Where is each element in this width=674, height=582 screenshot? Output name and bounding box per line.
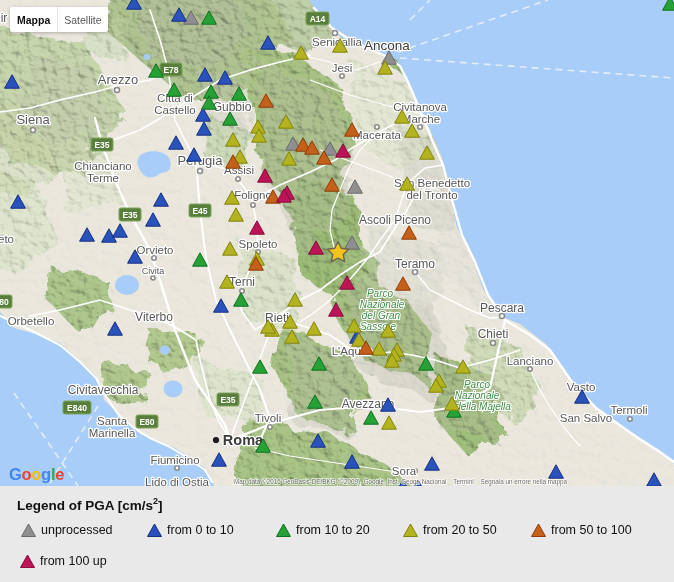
svg-text:E35: E35 (94, 140, 109, 150)
svg-text:Sora: Sora (392, 465, 417, 477)
svg-text:Jesi: Jesi (332, 62, 352, 74)
svg-text:Parco: Parco (367, 288, 394, 299)
svg-text:Castello: Castello (154, 104, 196, 116)
svg-text:Parco: Parco (464, 379, 491, 390)
svg-text:Ascoli Piceno: Ascoli Piceno (359, 213, 431, 227)
svg-text:E840: E840 (67, 403, 87, 413)
svg-text:Civitavecchia: Civitavecchia (68, 383, 139, 397)
svg-text:E35: E35 (220, 395, 235, 405)
svg-text:Lanciano: Lanciano (507, 355, 554, 367)
svg-text:Chianciano: Chianciano (74, 160, 132, 172)
svg-text:del Tronto: del Tronto (406, 189, 457, 201)
svg-text:Macerata: Macerata (353, 129, 402, 141)
svg-text:Civita: Civita (142, 266, 165, 276)
svg-text:Roma: Roma (223, 432, 264, 448)
svg-text:A14: A14 (310, 14, 326, 24)
svg-text:Siena: Siena (16, 112, 50, 127)
svg-text:Foligno: Foligno (234, 189, 272, 201)
svg-text:Terme: Terme (87, 172, 119, 184)
svg-text:Lido di Ostia: Lido di Ostia (145, 476, 210, 486)
svg-text:Tivoli: Tivoli (255, 412, 281, 424)
svg-text:Google: Google (9, 465, 64, 483)
svg-text:80: 80 (0, 297, 9, 307)
svg-text:Map data ©2016 GeoBasis-DE/BKG: Map data ©2016 GeoBasis-DE/BKG (©2009), … (234, 478, 568, 486)
svg-text:Termoli: Termoli (610, 404, 647, 416)
svg-text:Viterbo: Viterbo (135, 310, 173, 324)
svg-text:Orvieto: Orvieto (136, 244, 173, 256)
svg-text:Spoleto: Spoleto (238, 238, 277, 250)
svg-text:E80: E80 (139, 417, 154, 427)
svg-text:Gubbio: Gubbio (213, 100, 252, 114)
svg-text:della Majella: della Majella (455, 401, 511, 412)
svg-text:del Gran: del Gran (362, 310, 401, 321)
svg-text:Chieti: Chieti (478, 327, 509, 341)
svg-text:Nazionale: Nazionale (360, 299, 405, 310)
svg-text:Fiumicino: Fiumicino (150, 454, 199, 466)
svg-text:E45: E45 (192, 206, 207, 216)
svg-text:Santa: Santa (97, 415, 128, 427)
svg-text:eto: eto (0, 233, 14, 245)
svg-text:Nazionale: Nazionale (455, 390, 500, 401)
svg-text:Orbetello: Orbetello (8, 315, 55, 327)
svg-text:San Salvo: San Salvo (560, 412, 612, 424)
svg-text:Ancona: Ancona (364, 38, 410, 53)
svg-text:Arezzo: Arezzo (98, 72, 138, 87)
svg-text:E35: E35 (122, 210, 137, 220)
svg-text:ir: ir (1, 11, 8, 25)
svg-text:E78: E78 (163, 65, 178, 75)
svg-text:Pescara: Pescara (480, 301, 524, 315)
svg-text:Marinella: Marinella (89, 427, 136, 439)
svg-text:Teramo: Teramo (395, 257, 435, 271)
